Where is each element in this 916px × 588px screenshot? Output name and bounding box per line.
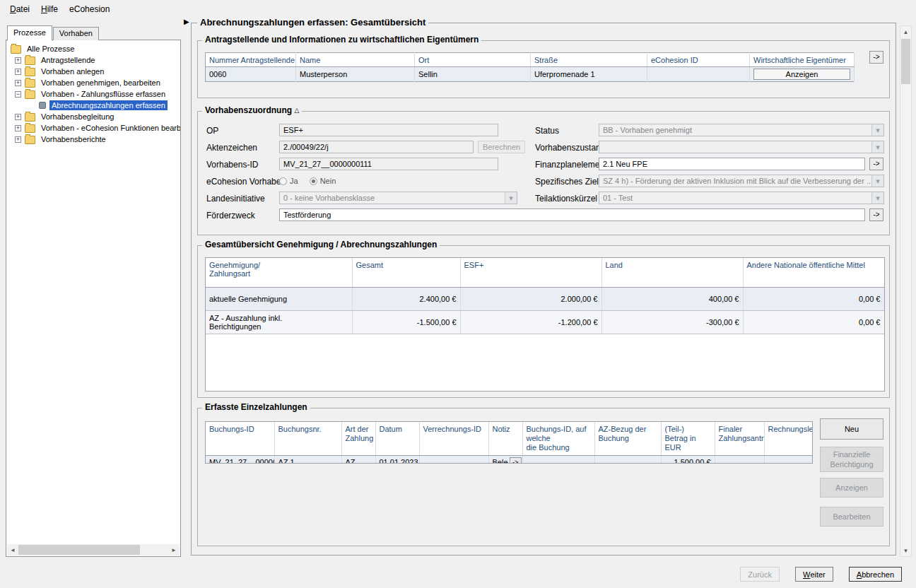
- cell-land: -300,00 €: [601, 311, 743, 334]
- menubar: Datei Hilfe eCohesion: [0, 0, 916, 18]
- tree-item-vorhaben-genehmigen[interactable]: Vorhaben genehmigen, bearbeiten: [6, 77, 180, 88]
- neu-button[interactable]: Neu: [820, 418, 883, 440]
- weiter-button[interactable]: Weiter: [795, 567, 833, 582]
- col-rechnungsle: Rechnungsle: [764, 422, 813, 456]
- sidebar-horizontal-scrollbar[interactable]: [7, 544, 180, 555]
- menu-datei-label: atei: [16, 4, 30, 14]
- op-input[interactable]: ESF+: [279, 124, 498, 136]
- finanzielle-berichtigung-button[interactable]: Finanzielle Berichtigung: [820, 447, 883, 472]
- col-art-der-zahlung: Art der Zahlung: [341, 422, 375, 456]
- radio-ja[interactable]: Ja: [279, 177, 298, 185]
- finanzplanelement-goto-button[interactable]: ->: [869, 158, 883, 170]
- tree-item-label: Vorhaben - Zahlungsflüsse erfassen: [39, 89, 168, 99]
- cell-ort: Sellin: [415, 67, 531, 82]
- bearbeiten-button[interactable]: Bearbeiten: [820, 507, 883, 527]
- col-esf: ESF+: [460, 258, 601, 288]
- col-buchungs-id-ref: Buchungs-ID, auf welche die Buchung: [522, 422, 594, 456]
- aktenzeichen-input[interactable]: 2./00049/22/j: [279, 141, 474, 153]
- overview-table-wrap: Genehmigung/ Zahlungsart Gesamt ESF+ Lan…: [205, 257, 885, 392]
- vorhabens-id-input[interactable]: MV_21_27__0000000111: [279, 158, 498, 170]
- expand-plus-icon[interactable]: [15, 125, 21, 131]
- overview-row-genehmigung[interactable]: aktuelle Genehmigung 2.400,00 € 2.000,00…: [206, 288, 884, 311]
- overview-section-title: Gesamtübersicht Genehmigung / Abrechnung…: [202, 240, 440, 249]
- aktenzeichen-label: Aktenzeichen: [206, 143, 257, 153]
- anzeigen-button[interactable]: Anzeigen: [820, 478, 883, 498]
- tree-item-vorhabensbegleitung[interactable]: Vorhabensbegleitung: [6, 111, 180, 122]
- finanzplanelement-input[interactable]: 2.1 Neu FPE: [599, 158, 865, 170]
- cell-finaler: [715, 456, 764, 464]
- scroll-right-icon[interactable]: [168, 544, 180, 555]
- col-genehmigung-zahlungsart: Genehmigung/ Zahlungsart: [206, 258, 352, 288]
- tree-item-alle-prozesse[interactable]: Alle Prozesse: [6, 43, 180, 54]
- collapse-triangle-icon[interactable]: △: [294, 107, 299, 114]
- sidebar-collapse-arrow-icon[interactable]: [184, 18, 189, 25]
- anzeigen-button[interactable]: Anzeigen: [753, 69, 850, 80]
- foerderzweck-goto-button[interactable]: ->: [869, 208, 883, 221]
- col-buchungs-id: Buchungs-ID: [206, 422, 274, 456]
- tree-item-ecohesion-funktionen[interactable]: Vorhaben - eCohesion Funktionen bearbeit…: [6, 122, 180, 134]
- spezifisches-ziel-select[interactable]: SZ 4 h) - Förderung der aktiven Inklusio…: [599, 175, 884, 187]
- tree-item-vorhabensberichte[interactable]: Vorhabensberichte: [6, 134, 180, 145]
- abbrechen-accel: A: [857, 570, 862, 579]
- cell-esf: -1.200,00 €: [460, 311, 601, 334]
- tab-prozesse[interactable]: Prozesse: [7, 25, 52, 41]
- notiz-goto-button[interactable]: ->: [510, 457, 522, 464]
- applicants-section-title: Antragstellende und Informationen zu wir…: [202, 35, 481, 45]
- col-teil-betrag: (Teil-) Betrag in EUR: [661, 422, 715, 456]
- vorhabenszustand-select[interactable]: [599, 141, 884, 153]
- menu-ecohesion[interactable]: eCohesion: [64, 1, 115, 17]
- expand-plus-icon[interactable]: [15, 57, 21, 64]
- status-select[interactable]: BB - Vorhaben genehmigt: [599, 124, 884, 136]
- collapse-minus-icon[interactable]: [15, 91, 21, 98]
- ecohesion-radio-group: Ja Nein: [279, 175, 347, 187]
- expand-plus-icon[interactable]: [15, 136, 21, 143]
- menu-hilfe[interactable]: Hilfe: [35, 1, 64, 17]
- tab-vorhaben[interactable]: Vorhaben: [53, 27, 99, 40]
- foerderzweck-input[interactable]: Testförderung: [279, 208, 865, 221]
- scroll-up-icon[interactable]: [900, 26, 911, 37]
- main-vertical-scrollbar[interactable]: [900, 25, 912, 557]
- overview-row-auszahlung[interactable]: AZ - Auszahlung inkl. Berichtigungen -1.…: [206, 311, 884, 334]
- applicants-goto-button[interactable]: ->: [869, 51, 883, 64]
- page-title: Abrechnungszahlungen erfassen: Gesamtübe…: [197, 17, 428, 28]
- menu-datei[interactable]: Datei: [4, 1, 35, 17]
- tree-item-abrechnungszahlungen[interactable]: Abrechnungszahlungen erfassen: [6, 100, 180, 111]
- scrollbar-thumb[interactable]: [18, 545, 140, 555]
- teilaktionskuerzel-select[interactable]: 01 - Test: [599, 192, 884, 204]
- expand-plus-icon[interactable]: [15, 69, 21, 75]
- landesinitiative-label: Landesinitiative: [206, 194, 265, 204]
- abbrechen-button[interactable]: Abbrechen: [849, 567, 902, 582]
- cell-gesamt: -1.500,00 €: [352, 311, 460, 334]
- berechnen-button[interactable]: Berechnen: [478, 141, 525, 153]
- radio-nein[interactable]: Nein: [310, 177, 336, 185]
- payments-table: Buchungs-ID Buchungsnr. Art der Zahlung …: [206, 422, 813, 464]
- folder-icon: [25, 136, 35, 144]
- payments-section: Erfasste Einzelzahlungen Buchungs-ID Buc…: [197, 408, 890, 546]
- vorhabenszustand-label: Vorhabenszustand: [535, 143, 605, 153]
- tree-item-zahlungsfluesse[interactable]: Vorhaben - Zahlungsflüsse erfassen: [6, 88, 180, 100]
- zurueck-button[interactable]: Zurück: [740, 567, 780, 582]
- col-az-bezug: AZ-Bezug der Buchung: [594, 422, 661, 456]
- scroll-left-icon[interactable]: [7, 544, 18, 555]
- col-strasse: Straße: [531, 53, 647, 67]
- tree-item-label: Vorhaben anlegen: [39, 66, 106, 76]
- col-notiz: Notiz: [488, 422, 522, 456]
- applicants-row[interactable]: 0060 Musterperson Sellin Uferpromenade 1…: [206, 67, 855, 82]
- tree-item-vorhaben-anlegen[interactable]: Vorhaben anlegen: [6, 66, 180, 77]
- op-label: OP: [206, 126, 218, 136]
- cell-notiz: Bele->: [488, 456, 522, 464]
- col-wirtschaftliche-eigentuemer: Wirtschaftliche Eigentümer: [750, 53, 855, 67]
- expand-plus-icon[interactable]: [15, 114, 21, 120]
- payments-row[interactable]: MV_21_27__000000 AZ 1 AZ 01.01.2023 Bele…: [206, 456, 813, 464]
- scroll-down-icon[interactable]: [900, 545, 911, 556]
- landesinitiative-select[interactable]: 0 - keine Vorhabensklasse: [279, 192, 517, 204]
- expand-plus-icon[interactable]: [15, 80, 21, 86]
- teilaktionskuerzel-label: Teilaktionskürzel: [535, 194, 597, 204]
- weiter-label: eiter: [810, 570, 825, 579]
- scrollbar-thumb[interactable]: [901, 39, 910, 84]
- col-nummer-antragstellende: Nummer Antragstellende: [206, 53, 296, 67]
- finanzplanelement-label: Finanzplanelement: [535, 160, 606, 170]
- tree-item-antragstellende[interactable]: Antragstellende: [6, 54, 180, 66]
- sidebar: Prozesse Vorhaben Alle Prozesse Antragst…: [6, 25, 181, 557]
- applicants-table: Nummer Antragstellende Name Ort Straße e…: [205, 52, 855, 82]
